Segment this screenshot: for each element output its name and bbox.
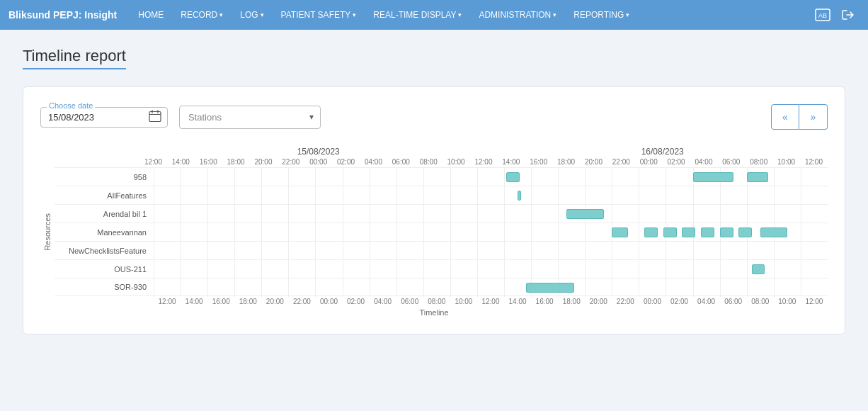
chevron-down-icon: ▾ xyxy=(219,11,223,18)
nav-log[interactable]: LOG ▾ xyxy=(233,0,270,30)
table-row: Maneevannan xyxy=(55,223,828,241)
bar-958-1 xyxy=(506,172,520,182)
bar-arendal-1 xyxy=(566,209,604,219)
chevron-down-icon: ▾ xyxy=(261,11,264,18)
bar-958-2 xyxy=(693,172,733,182)
bar-maneevannan-1 xyxy=(612,227,628,237)
chevron-down-icon: ▾ xyxy=(353,11,356,18)
bar-maneevannan-4 xyxy=(682,227,695,237)
bar-sor930-1 xyxy=(526,283,575,293)
date-label: Choose date xyxy=(47,101,95,110)
nav-administration[interactable]: ADMINISTRATION ▾ xyxy=(472,0,564,30)
row-cells-newchecklists xyxy=(154,242,828,259)
row-cells-ous211 xyxy=(154,260,828,278)
row-cells-sor930 xyxy=(154,278,828,295)
table-row: OUS-211 xyxy=(55,259,828,278)
nav-record[interactable]: RECORD ▾ xyxy=(173,0,230,30)
page-title: Timeline report xyxy=(23,47,126,69)
bar-maneevannan-2 xyxy=(644,227,658,237)
svg-text:AB: AB xyxy=(818,12,827,19)
timeline-chart: 15/08/2023 16/08/2023 12:00 14:00 16:00 … xyxy=(40,147,828,317)
stations-select[interactable]: Stations xyxy=(179,106,321,129)
row-cells-958 xyxy=(154,168,828,186)
chevron-down-icon: ▾ xyxy=(458,11,462,18)
brand-logo: Bliksund PEPJ: Insight xyxy=(8,9,117,21)
nav-realtime-display[interactable]: REAL-TIME DISPLAY ▾ xyxy=(366,0,469,30)
chevron-down-icon: ▾ xyxy=(626,11,629,18)
row-label-newchecklists: NewChecklistsFeature xyxy=(55,247,154,255)
chart-date-2: 16/08/2023 xyxy=(497,147,828,157)
row-label-sor930: SOR-930 xyxy=(55,283,154,291)
nav-home[interactable]: HOME xyxy=(131,0,171,30)
nav-reporting[interactable]: REPORTING ▾ xyxy=(566,0,636,30)
bar-maneevannan-6 xyxy=(720,227,733,237)
bar-maneevannan-7 xyxy=(738,227,752,237)
date-picker[interactable]: Choose date 15/08/2023 xyxy=(40,107,168,128)
navigation-buttons: « » xyxy=(771,104,828,130)
table-row: NewChecklistsFeature xyxy=(55,241,828,259)
page-content: Timeline report Choose date 15/08/2023 xyxy=(0,30,868,411)
table-row: 958 xyxy=(55,167,828,186)
y-axis-label: Resources xyxy=(43,213,52,251)
table-row: AllFeatures xyxy=(55,186,828,204)
bar-maneevannan-3 xyxy=(663,227,677,237)
logout-button[interactable] xyxy=(837,4,860,26)
chart-top-time-labels: 12:00 14:00 16:00 18:00 20:00 22:00 00:0… xyxy=(139,158,828,166)
toolbar: Choose date 15/08/2023 Stations ▾ xyxy=(40,104,828,130)
x-axis-label: Timeline xyxy=(40,308,828,317)
row-cells-allfeatures xyxy=(154,186,828,204)
language-button[interactable]: AB xyxy=(811,4,834,26)
bar-958-3 xyxy=(747,172,768,182)
chart-bottom-time-labels: 12:00 14:00 16:00 18:00 20:00 22:00 00:0… xyxy=(154,298,828,305)
chart-body: Resources 958 xyxy=(40,167,828,296)
chart-date-1: 15/08/2023 xyxy=(139,147,497,157)
prev-prev-button[interactable]: « xyxy=(771,104,799,130)
chart-rows: 958 xyxy=(55,167,828,296)
bar-maneevannan-5 xyxy=(701,227,714,237)
navigation: Bliksund PEPJ: Insight HOME RECORD ▾ LOG… xyxy=(0,0,868,30)
timeline-card: Choose date 15/08/2023 Stations ▾ xyxy=(23,86,845,334)
table-row: Arendal bil 1 xyxy=(55,204,828,223)
next-next-button[interactable]: » xyxy=(799,104,828,130)
row-cells-maneevannan xyxy=(154,223,828,241)
date-value: 15/08/2023 xyxy=(48,112,94,123)
bar-ous211-1 xyxy=(752,264,764,274)
stations-select-wrapper[interactable]: Stations ▾ xyxy=(179,106,321,129)
table-row: SOR-930 xyxy=(55,278,828,296)
row-label-ous211: OUS-211 xyxy=(55,265,154,274)
nav-patient-safety[interactable]: PATIENT SAFETY ▾ xyxy=(274,0,364,30)
calendar-icon[interactable] xyxy=(149,110,161,125)
row-cells-arendal xyxy=(154,205,828,223)
chevron-down-icon: ▾ xyxy=(553,11,556,18)
svg-rect-2 xyxy=(149,112,161,122)
row-label-maneevannan: Maneevannan xyxy=(55,228,154,237)
bar-allfeatures-1 xyxy=(518,191,521,201)
row-label-allfeatures: AllFeatures xyxy=(55,191,154,200)
row-label-arendal: Arendal bil 1 xyxy=(55,210,154,218)
row-label-958: 958 xyxy=(55,173,154,181)
bar-maneevannan-8 xyxy=(760,227,787,237)
